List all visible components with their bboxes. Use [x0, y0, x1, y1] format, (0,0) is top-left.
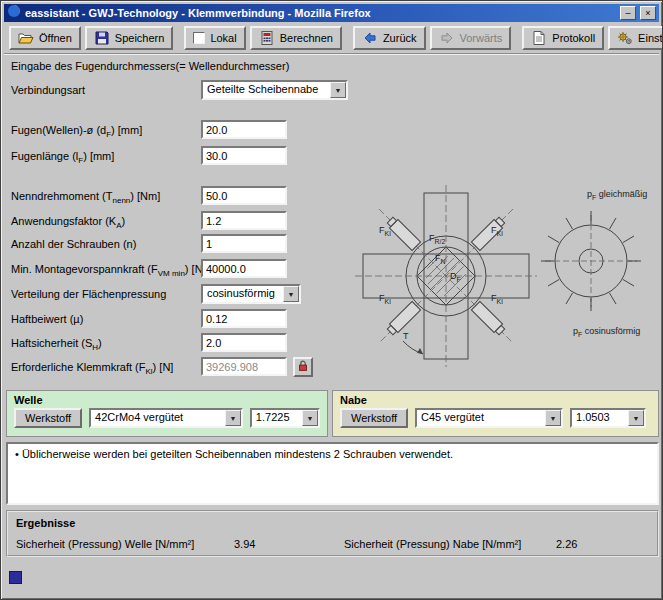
clamp-diagram-drawing: [351, 181, 661, 386]
pf-cosine-label: pF cosinusförmig: [573, 326, 640, 338]
close-button[interactable]: ×: [640, 6, 656, 20]
toolbar: Öffnen Speichern Lokal Berechnen Zurück …: [4, 23, 659, 54]
hint-text: Eingabe des Fugendurchmessers(= Wellendu…: [11, 60, 289, 72]
fvm-input[interactable]: [201, 259, 287, 278]
fkl-label: Erforderliche Klemmkraft (FKl) [N]: [11, 361, 173, 376]
settings-button[interactable]: Einstellungen: [608, 26, 663, 50]
n-input[interactable]: [201, 234, 287, 253]
df-row: Fugen(Wellen)-ø (dF) [mm]: [1, 120, 361, 141]
status-indicator: [9, 571, 22, 584]
titlebar: eassistant - GWJ-Technology - Klemmverbi…: [4, 4, 659, 22]
fkl-annotation: FKl: [491, 293, 503, 305]
minimize-button[interactable]: –: [620, 6, 636, 20]
torque-annotation: T: [403, 331, 409, 341]
verteilung-row: Verteilung der Flächenpressung cosinusfö…: [1, 284, 361, 305]
window-title: eassistant - GWJ-Technology - Klemmverbi…: [25, 7, 616, 19]
nabe-material-select[interactable]: C45 vergütet ▼: [415, 408, 563, 428]
welle-number-select[interactable]: 1.7225 ▼: [250, 408, 320, 428]
document-icon: [531, 30, 547, 46]
nabe-panel: Nabe Werkstoff C45 vergütet ▼ 1.0503 ▼: [332, 390, 659, 437]
fvm-row: Min. Montagevorspannkraft (FVM min) [N]: [1, 259, 361, 280]
chevron-down-icon[interactable]: ▼: [302, 410, 318, 426]
calculator-icon: [259, 30, 275, 46]
gears-icon: [617, 30, 633, 46]
df-label: Fugen(Wellen)-ø (dF) [mm]: [11, 124, 142, 139]
clamp-connection-diagram: FKl FKl FKl FKl FR/2 FN DF T pF gleichmä…: [351, 181, 661, 386]
nabe-number-select[interactable]: 1.0503 ▼: [570, 408, 646, 428]
fvm-label: Min. Montagevorspannkraft (FVM min) [N]: [11, 263, 206, 278]
results-title: Ergebnisse: [16, 517, 75, 529]
chevron-down-icon[interactable]: ▼: [330, 82, 346, 98]
df-input[interactable]: [201, 120, 287, 139]
welle-safety-label: Sicherheit (Pressung) Welle [N/mm²]: [16, 538, 194, 550]
chevron-down-icon[interactable]: ▼: [283, 286, 299, 302]
mu-label: Haftbeiwert (µ): [11, 313, 83, 325]
welle-safety-value: 3.94: [234, 538, 255, 550]
nabe-werkstoff-button[interactable]: Werkstoff: [340, 408, 408, 428]
message-text: • Üblicherweise werden bei geteilten Sch…: [15, 448, 453, 460]
local-checkbox[interactable]: [193, 32, 205, 44]
local-toggle-button[interactable]: Lokal: [184, 26, 245, 50]
save-button[interactable]: Speichern: [85, 26, 174, 50]
verbindungsart-select[interactable]: Geteilte Scheibennabe ▼: [201, 80, 348, 100]
results-panel: Ergebnisse Sicherheit (Pressung) Welle […: [6, 510, 659, 557]
chevron-down-icon[interactable]: ▼: [545, 410, 561, 426]
verteilung-label: Verteilung der Flächenpressung: [11, 288, 166, 300]
n-row: Anzahl der Schrauben (n): [1, 234, 361, 255]
firefox-icon: [7, 4, 21, 22]
lf-row: Fugenlänge (lF) [mm]: [1, 146, 361, 167]
welle-panel: Welle Werkstoff 42CrMo4 vergütet ▼ 1.722…: [6, 390, 328, 437]
chevron-down-icon[interactable]: ▼: [628, 410, 644, 426]
sh-label: Haftsicherheit (SH): [11, 337, 102, 352]
fr2-annotation: FR/2: [429, 233, 445, 245]
lock-toggle-button[interactable]: [293, 357, 313, 377]
tnenn-label: Nenndrehmoment (Tnenn) [Nm]: [11, 190, 160, 205]
calculate-button[interactable]: Berechnen: [250, 26, 342, 50]
fkl-row: Erforderliche Klemmkraft (FKl) [N]: [1, 357, 361, 378]
welle-material-select[interactable]: 42CrMo4 vergütet ▼: [89, 408, 243, 428]
message-box: • Üblicherweise werden bei geteilten Sch…: [6, 442, 659, 505]
pf-uniform-label: pF gleichmäßig: [587, 189, 647, 201]
chevron-down-icon[interactable]: ▼: [225, 410, 241, 426]
df-annotation: DF: [450, 271, 461, 283]
mu-input[interactable]: [201, 309, 287, 328]
nabe-safety-value: 2.26: [556, 538, 577, 550]
sh-input[interactable]: [201, 333, 287, 352]
verbindungsart-row: Verbindungsart Geteilte Scheibennabe ▼: [1, 80, 361, 101]
ka-input[interactable]: [201, 211, 287, 230]
fkl-annotation: FKl: [379, 293, 391, 305]
protocol-button[interactable]: Protokoll: [522, 26, 604, 50]
back-button[interactable]: Zurück: [353, 26, 426, 50]
open-folder-icon: [18, 30, 34, 46]
ka-label: Anwendungsfaktor (KA): [11, 215, 125, 230]
back-arrow-icon: [362, 30, 378, 46]
lf-label: Fugenlänge (lF) [mm]: [11, 150, 114, 165]
fn-annotation: FN: [435, 253, 446, 265]
floppy-disk-icon: [94, 30, 110, 46]
welle-werkstoff-button[interactable]: Werkstoff: [14, 408, 82, 428]
nabe-panel-title: Nabe: [333, 391, 658, 407]
app-window: eassistant - GWJ-Technology - Klemmverbi…: [0, 0, 663, 600]
sh-row: Haftsicherheit (SH): [1, 333, 361, 354]
open-button[interactable]: Öffnen: [9, 26, 81, 50]
tnenn-input[interactable]: [201, 186, 287, 205]
fkl-annotation: FKl: [379, 225, 391, 237]
n-label: Anzahl der Schrauben (n): [11, 238, 136, 250]
verbindungsart-label: Verbindungsart: [11, 84, 85, 96]
nabe-safety-label: Sicherheit (Pressung) Nabe [N/mm²]: [344, 538, 521, 550]
fkl-annotation: FKl: [491, 225, 503, 237]
forward-arrow-icon: [439, 30, 455, 46]
verteilung-select[interactable]: cosinusförmig ▼: [201, 284, 301, 304]
ka-row: Anwendungsfaktor (KA): [1, 211, 361, 232]
forward-button[interactable]: Vorwärts: [430, 26, 512, 50]
mu-row: Haftbeiwert (µ): [1, 309, 361, 330]
tnenn-row: Nenndrehmoment (Tnenn) [Nm]: [1, 186, 361, 207]
lf-input[interactable]: [201, 146, 287, 165]
welle-panel-title: Welle: [7, 391, 327, 407]
fkl-output: [201, 357, 287, 376]
lock-icon: [296, 359, 310, 376]
